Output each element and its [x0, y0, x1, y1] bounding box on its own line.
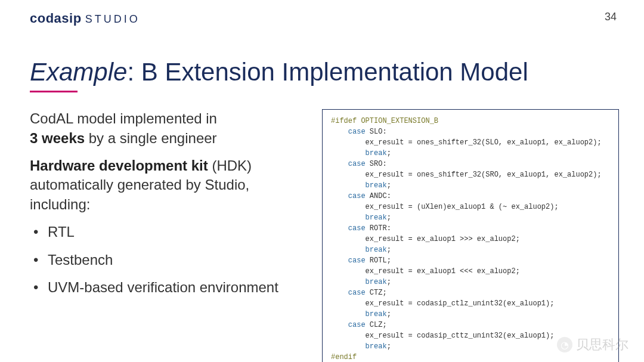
bullet-list: RTL Testbench UVM-based verification env… [30, 222, 304, 297]
content-row: CodAL model implemented in 3 weeks by a … [30, 109, 619, 362]
slide-title: Example: B Extension Implementation Mode… [30, 58, 528, 88]
paragraph-2: Hardware development kit (HDK) automatic… [30, 156, 304, 214]
watermark: ◔ 贝思科尔 [557, 336, 628, 354]
title-underline [30, 91, 78, 92]
list-item: RTL [30, 222, 304, 242]
para1-bold: 3 weeks [30, 130, 85, 146]
para2-bold: Hardware development kit [30, 157, 208, 174]
code-block: #ifdef OPTION_EXTENSION_B case SLO: ex_r… [322, 109, 619, 362]
logo: codasip STUDIO [30, 11, 140, 26]
para1-post: by a single engineer [85, 130, 216, 146]
paragraph-1: CodAL model implemented in 3 weeks by a … [30, 109, 304, 148]
page-number: 34 [605, 11, 619, 23]
text-column: CodAL model implemented in 3 weeks by a … [30, 109, 304, 362]
slide: codasip STUDIO 34 Example: B Extension I… [0, 0, 644, 362]
watermark-text: 贝思科尔 [576, 336, 628, 354]
title-rest: : B Extension Implementation Model [127, 58, 528, 86]
watermark-icon: ◔ [557, 337, 572, 352]
logo-text-main: codasip [30, 11, 82, 26]
title-block: Example: B Extension Implementation Mode… [30, 58, 619, 92]
logo-text-sub: STUDIO [85, 13, 140, 26]
list-item: Testbench [30, 250, 304, 270]
list-item: UVM-based verification environment [30, 278, 304, 297]
slide-header: codasip STUDIO 34 [30, 11, 619, 26]
para1-pre: CodAL model implemented in [30, 110, 217, 126]
title-prefix: Example [30, 58, 127, 86]
